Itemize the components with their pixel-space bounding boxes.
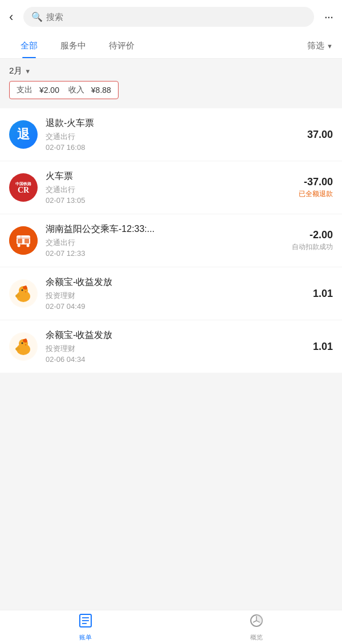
transaction-time: 02-07 12:33 [46, 249, 284, 258]
nav-item-overview[interactable]: 概览 [171, 610, 342, 644]
month-section: 2月 ▼ 支出 ¥2.00 收入 ¥8.88 [0, 59, 342, 104]
list-item[interactable]: 余额宝-收益发放 投资理财 02-06 04:34 1.01 [0, 320, 342, 373]
nav-item-ledger[interactable]: 账单 [0, 610, 171, 644]
month-selector[interactable]: 2月 ▼ [9, 66, 333, 76]
avatar: 退 [9, 120, 38, 149]
transaction-title: 余额宝-收益发放 [46, 329, 305, 341]
filter-arrow-icon: ▼ [327, 43, 333, 50]
transaction-category: 投资理财 [46, 291, 305, 301]
transaction-amount: -2.00 [292, 229, 333, 241]
svg-rect-9 [18, 239, 22, 243]
svg-point-23 [22, 343, 23, 344]
svg-rect-10 [25, 239, 29, 243]
svg-point-15 [22, 290, 23, 291]
tab-all[interactable]: 全部 [9, 34, 49, 58]
list-item[interactable]: 退 退款-火车票 交通出行 02-07 16:08 37.00 [0, 108, 342, 161]
transaction-status: 自动扣款成功 [292, 242, 333, 252]
svg-point-8 [27, 244, 30, 247]
avatar [9, 226, 38, 255]
transaction-time: 02-06 04:34 [46, 355, 305, 364]
avatar [9, 332, 38, 361]
transaction-category: 投资理财 [46, 344, 305, 354]
tab-in-service[interactable]: 服务中 [49, 34, 97, 58]
tab-bar: 全部 服务中 待评价 筛选 ▼ [0, 34, 342, 59]
svg-text:中国铁路: 中国铁路 [15, 181, 32, 186]
svg-text:CR: CR [18, 186, 30, 194]
header: ‹ 🔍 ··· [0, 0, 342, 34]
transaction-info: 湖南益阳公交乘车-12:33:... 交通出行 02-07 12:33 [46, 223, 284, 258]
transaction-amount: 1.01 [313, 341, 333, 353]
search-input[interactable] [46, 12, 306, 22]
search-icon: 🔍 [31, 11, 43, 22]
transaction-title: 退款-火车票 [46, 117, 299, 129]
train-logo-icon: 中国铁路 CR [9, 173, 38, 202]
summary-box: 支出 ¥2.00 收入 ¥8.88 [9, 81, 119, 99]
transaction-amount-area: 1.01 [313, 341, 333, 353]
transaction-amount: 37.00 [307, 129, 333, 141]
transaction-amount-area: -2.00 自动扣款成功 [292, 229, 333, 252]
transaction-amount-area: 37.00 [307, 129, 333, 141]
list-item[interactable]: 余额宝-收益发放 投资理财 02-07 04:49 1.01 [0, 267, 342, 320]
transaction-category: 交通出行 [46, 238, 284, 248]
transaction-list: 退 退款-火车票 交通出行 02-07 16:08 37.00 中国铁路 CR … [0, 108, 342, 373]
avatar [9, 279, 38, 308]
transaction-title: 火车票 [46, 170, 291, 182]
transaction-time: 02-07 04:49 [46, 302, 305, 311]
expense-summary: 支出 ¥2.00 [17, 85, 59, 95]
svg-point-18 [25, 286, 27, 288]
nav-label-overview: 概览 [250, 633, 263, 642]
back-button[interactable]: ‹ [9, 7, 18, 27]
transaction-amount-area: -37.00 已全额退款 [299, 176, 333, 199]
transaction-title: 湖南益阳公交乘车-12:33:... [46, 223, 284, 235]
more-button[interactable]: ··· [320, 7, 333, 27]
transaction-status: 已全额退款 [299, 189, 333, 199]
transaction-title: 余额宝-收益发放 [46, 276, 305, 288]
overview-icon [249, 613, 264, 631]
transaction-category: 交通出行 [46, 132, 299, 142]
transaction-amount: -37.00 [299, 176, 333, 188]
transaction-info: 退款-火车票 交通出行 02-07 16:08 [46, 117, 299, 152]
svg-point-7 [18, 244, 21, 247]
ledger-icon [78, 613, 93, 631]
transaction-category: 交通出行 [46, 185, 291, 195]
transaction-info: 余额宝-收益发放 投资理财 02-07 04:49 [46, 276, 305, 311]
month-arrow-icon: ▼ [25, 68, 31, 75]
list-item[interactable]: 中国铁路 CR 火车票 交通出行 02-07 13:05 -37.00 已全额退… [0, 161, 342, 214]
income-summary: 收入 ¥8.88 [68, 85, 111, 95]
transaction-amount-area: 1.01 [313, 288, 333, 300]
search-bar[interactable]: 🔍 [23, 7, 314, 27]
transaction-info: 余额宝-收益发放 投资理财 02-06 04:34 [46, 329, 305, 364]
list-item[interactable]: 湖南益阳公交乘车-12:33:... 交通出行 02-07 12:33 -2.0… [0, 214, 342, 267]
bottom-spacer [0, 373, 342, 413]
bus-icon [9, 226, 38, 255]
tab-pending-review[interactable]: 待评价 [97, 34, 146, 58]
transaction-amount: 1.01 [313, 288, 333, 300]
filter-button[interactable]: 筛选 ▼ [307, 40, 333, 51]
transaction-time: 02-07 16:08 [46, 143, 299, 152]
avatar: 中国铁路 CR [9, 173, 38, 202]
transaction-time: 02-07 13:05 [46, 196, 291, 205]
bottom-nav: 账单 概览 [0, 610, 342, 644]
svg-line-34 [253, 621, 256, 622]
svg-point-26 [25, 339, 27, 341]
nav-label-ledger: 账单 [79, 633, 92, 642]
svg-rect-5 [17, 238, 30, 239]
transaction-info: 火车票 交通出行 02-07 13:05 [46, 170, 291, 205]
